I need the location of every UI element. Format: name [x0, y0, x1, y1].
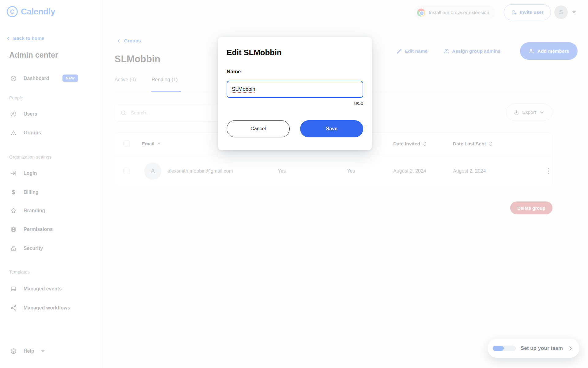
setup-progress-fill: [493, 346, 504, 351]
setup-progress-bar: [492, 346, 516, 351]
character-counter: 8/50: [354, 101, 363, 106]
setup-label: Set up your team: [521, 345, 563, 351]
name-field-label: Name: [227, 69, 241, 75]
setup-your-team-widget[interactable]: Set up your team: [488, 339, 579, 358]
cancel-button[interactable]: Cancel: [227, 120, 290, 137]
modal-title: Edit SLMobbin: [227, 48, 281, 57]
group-name-value: SLMobbin: [232, 86, 255, 92]
chevron-right-icon: [568, 346, 573, 351]
group-name-input[interactable]: SLMobbin: [227, 81, 363, 98]
calendly-admin-app: C Calendly Back to home Admin center Das…: [0, 0, 588, 368]
save-button[interactable]: Save: [300, 120, 363, 137]
edit-group-modal: Edit SLMobbin Name SLMobbin 8/50 Cancel …: [218, 37, 372, 150]
